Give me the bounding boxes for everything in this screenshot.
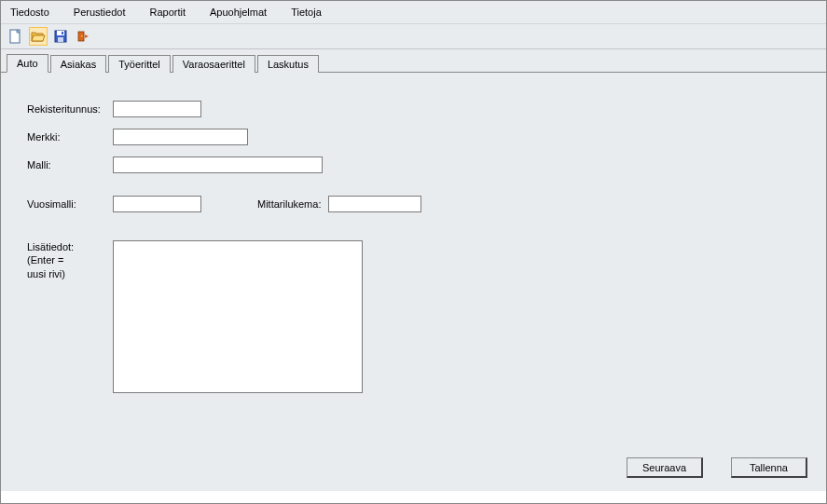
textarea-lisatiedot[interactable] <box>113 240 363 393</box>
tallenna-button[interactable]: Tallenna <box>731 457 807 478</box>
save-icon <box>54 30 67 43</box>
menu-apuohjelmat[interactable]: Apuohjelmat <box>206 5 270 20</box>
exit-icon <box>76 30 90 43</box>
svg-rect-6 <box>81 35 83 37</box>
label-rekisteritunnus: Rekisteritunnus: <box>27 103 113 115</box>
menubar: Tiedosto Perustiedot Raportit Apuohjelma… <box>1 1 826 24</box>
label-vuosimalli: Vuosimalli: <box>27 198 113 210</box>
svg-rect-3 <box>58 37 63 42</box>
label-mittarilukema: Mittarilukema: <box>257 198 321 210</box>
svg-rect-4 <box>62 32 63 34</box>
label-lisatiedot-line2: (Enter = <box>27 254 63 266</box>
seuraava-button[interactable]: Seuraava <box>627 457 703 478</box>
label-malli: Malli: <box>27 159 113 170</box>
input-rekisteritunnus[interactable] <box>113 101 201 117</box>
tab-auto[interactable]: Auto <box>7 54 48 73</box>
tab-tyoerittel[interactable]: Työerittel <box>108 55 171 73</box>
content-pane: Rekisteritunnus: Merkki: Malli: Vuosimal… <box>1 73 826 491</box>
menu-tiedosto[interactable]: Tiedosto <box>7 5 53 20</box>
toolbar <box>1 24 826 49</box>
exit-button[interactable] <box>74 27 92 46</box>
new-file-icon <box>9 29 22 44</box>
tabstrip: Auto Asiakas Työerittel Varaosaerittel L… <box>1 49 826 73</box>
menu-tietoja[interactable]: Tietoja <box>287 5 325 20</box>
menu-raportit[interactable]: Raportit <box>145 5 189 20</box>
tab-varaosaerittel[interactable]: Varaosaerittel <box>172 55 255 73</box>
input-malli[interactable] <box>113 157 323 173</box>
label-lisatiedot: Lisätiedot: (Enter = uusi rivi) <box>27 240 113 280</box>
save-button-toolbar[interactable] <box>51 27 70 46</box>
button-row: Seuraava Tallenna <box>627 457 807 478</box>
open-folder-button[interactable] <box>29 27 48 46</box>
label-lisatiedot-line1: Lisätiedot: <box>27 241 74 252</box>
input-merkki[interactable] <box>113 129 248 145</box>
label-merkki: Merkki: <box>27 131 113 143</box>
input-mittarilukema[interactable] <box>328 196 421 212</box>
tab-asiakas[interactable]: Asiakas <box>50 55 107 73</box>
open-folder-icon <box>31 30 46 43</box>
input-vuosimalli[interactable] <box>113 196 201 212</box>
label-lisatiedot-line3: uusi rivi) <box>27 268 65 279</box>
tab-laskutus[interactable]: Laskutus <box>257 55 319 73</box>
new-file-button[interactable] <box>7 27 25 46</box>
menu-perustiedot[interactable]: Perustiedot <box>70 5 130 20</box>
